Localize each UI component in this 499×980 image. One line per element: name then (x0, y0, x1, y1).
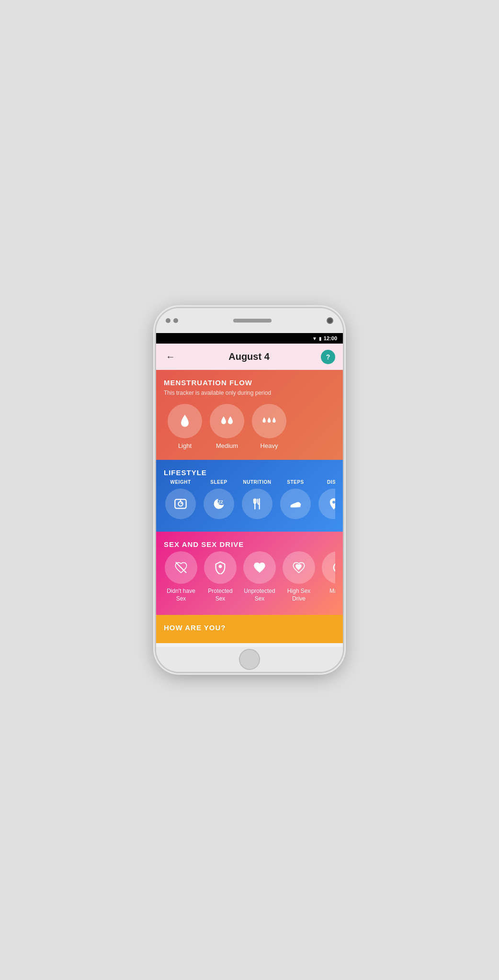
sex-label-protected: ProtectedSex (208, 588, 232, 602)
status-bar: ▼ ▮ 12:00 (156, 333, 343, 344)
sex-circle-unprotected (243, 551, 276, 584)
flow-label-medium: Medium (216, 442, 238, 449)
status-time: 12:00 (324, 335, 337, 341)
menstruation-subtitle: This tracker is available only during pe… (164, 390, 335, 396)
back-button[interactable]: ← (164, 349, 177, 364)
sex-items-row: Didn't haveSex ProtectedSex (164, 551, 335, 604)
page-title: August 4 (228, 351, 270, 362)
lifestyle-item-weight[interactable]: WEIGHT (164, 479, 197, 519)
svg-text:ZZ: ZZ (218, 500, 223, 504)
lifestyle-label-weight: WEIGHT (170, 479, 191, 485)
sex-label-masturbation: Mast... (329, 588, 335, 595)
lifestyle-label-steps: STEPS (287, 479, 304, 485)
sex-item-no-sex[interactable]: Didn't haveSex (164, 551, 198, 602)
drop-heavy-icon (261, 413, 277, 429)
drop-medium-icon (219, 413, 235, 429)
lifestyle-item-nutrition[interactable]: NUTRITION (240, 479, 274, 519)
wifi-icon: ▼ (312, 336, 317, 341)
sex-title: SEX AND SEX DRIVE (164, 540, 335, 548)
sex-label-no-sex: Didn't haveSex (167, 588, 195, 602)
howareyou-title: HOW ARE YOU? (164, 624, 335, 632)
section-lifestyle: LIFESTYLE WEIGHT (156, 460, 343, 532)
lifestyle-item-steps[interactable]: STEPS (279, 479, 312, 519)
unprotected-sex-icon (253, 561, 266, 574)
flow-item-medium[interactable]: Medium (210, 404, 244, 449)
sex-circle-no-sex (165, 551, 197, 584)
svg-point-8 (334, 563, 335, 572)
section-sex: SEX AND SEX DRIVE Didn't haveSex (156, 532, 343, 615)
lifestyle-circle-distance (318, 489, 335, 519)
flow-circle-medium (210, 404, 244, 438)
lifestyle-circle-sleep: ZZ (204, 489, 234, 519)
battery-icon: ▮ (319, 336, 322, 341)
flow-circle-light (168, 404, 202, 438)
lifestyle-item-sleep[interactable]: SLEEP ZZ (202, 479, 236, 519)
section-menstruation: MENSTRUATION FLOW This tracker is availa… (156, 370, 343, 460)
drop-light-icon (177, 413, 193, 429)
phone-frame: ▼ ▮ 12:00 ← August 4 ? MENSTRUATION FLOW… (156, 308, 343, 672)
svg-line-3 (181, 503, 182, 504)
lifestyle-circle-weight (165, 489, 196, 519)
lifestyle-label-sleep: SLEEP (210, 479, 227, 485)
sections-container: MENSTRUATION FLOW This tracker is availa… (156, 370, 343, 647)
pin-icon (327, 497, 335, 511)
camera-dot-2 (173, 318, 178, 323)
sex-label-unprotected: UnprotectedSex (244, 588, 275, 602)
no-sex-icon (174, 561, 188, 574)
help-button[interactable]: ? (321, 350, 335, 364)
sex-circle-masturbation (322, 551, 335, 584)
status-icons: ▼ ▮ 12:00 (312, 335, 337, 341)
lifestyle-title: LIFESTYLE (164, 468, 335, 477)
speaker-grille (233, 319, 272, 323)
scale-icon (174, 497, 187, 511)
lifestyle-items-row: WEIGHT SLEEP (164, 479, 335, 521)
top-cameras (166, 318, 178, 323)
masturbation-icon (331, 561, 335, 574)
app-content: ← August 4 ? MENSTRUATION FLOW This trac… (156, 344, 343, 647)
sex-label-high-drive: High SexDrive (287, 588, 311, 602)
flow-circle-heavy (252, 404, 286, 438)
sex-item-high-drive[interactable]: High SexDrive (282, 551, 316, 602)
flow-label-light: Light (178, 442, 192, 449)
menstruation-title: MENSTRUATION FLOW (164, 379, 335, 387)
section-howareyou[interactable]: HOW ARE YOU? (156, 615, 343, 643)
phone-bottom-bezel (156, 647, 343, 672)
front-camera (327, 317, 333, 324)
protected-sex-icon (214, 561, 227, 574)
home-button[interactable] (239, 649, 260, 670)
lifestyle-label-distance: DIS... (327, 479, 335, 485)
flow-item-light[interactable]: Light (168, 404, 202, 449)
sex-item-protected[interactable]: ProtectedSex (203, 551, 238, 602)
lifestyle-circle-nutrition (242, 489, 272, 519)
sleep-icon: ZZ (212, 497, 226, 511)
high-sex-drive-icon (292, 561, 306, 574)
lifestyle-circle-steps (280, 489, 311, 519)
app-header: ← August 4 ? (156, 344, 343, 370)
lifestyle-label-nutrition: NUTRITION (243, 479, 272, 485)
flow-label-heavy: Heavy (261, 442, 278, 449)
fork-knife-icon (250, 497, 264, 511)
sex-item-masturbation[interactable]: Mast... (321, 551, 335, 602)
flow-icons-row: Light Medium (164, 404, 335, 449)
sex-item-unprotected[interactable]: UnprotectedSex (242, 551, 277, 602)
camera-dot-1 (166, 318, 170, 323)
lifestyle-item-distance[interactable]: DIS... (317, 479, 335, 519)
sex-circle-protected (204, 551, 237, 584)
sex-circle-high-drive (283, 551, 315, 584)
phone-top-bezel (156, 308, 343, 333)
flow-item-heavy[interactable]: Heavy (252, 404, 286, 449)
shoe-icon (289, 497, 302, 511)
